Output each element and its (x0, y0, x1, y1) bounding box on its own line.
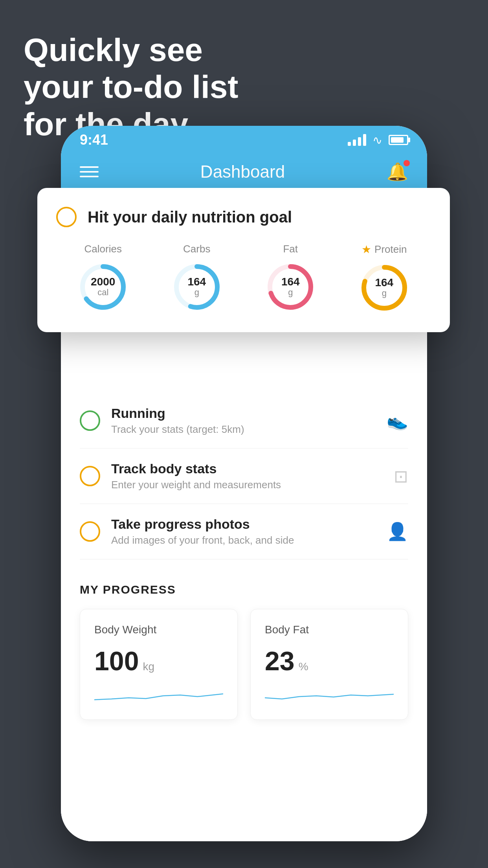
nav-title: Dashboard (200, 162, 285, 182)
progress-header: MY PROGRESS (80, 583, 408, 596)
progress-cards: Body Weight 100 kg Body Fat 23 % (80, 609, 408, 720)
todo-subtitle-body-stats: Enter your weight and measurements (111, 479, 383, 491)
calories-ring: 2000 cal (77, 261, 128, 313)
todo-checkbox-body-stats[interactable] (80, 466, 100, 486)
fat-value: 164 g (281, 276, 300, 298)
todo-text-body-stats: Track body stats Enter your weight and m… (111, 461, 383, 491)
nutrition-fat: Fat 164 g (265, 243, 316, 313)
body-weight-sparkline (94, 684, 223, 704)
body-fat-value: 23 (265, 645, 295, 676)
todo-checkbox-running[interactable] (80, 410, 100, 431)
todo-list: Running Track your stats (target: 5km) 👟… (61, 393, 427, 559)
calories-label: Calories (84, 243, 122, 255)
status-time: 9:41 (80, 132, 108, 148)
todo-text-photos: Take progress photos Add images of your … (111, 517, 376, 546)
nutrition-row: Calories 2000 cal Carbs (56, 243, 431, 313)
body-weight-unit: kg (143, 660, 154, 673)
protein-value: 164 g (375, 277, 393, 298)
battery-icon (389, 135, 408, 145)
todo-title-running: Running (111, 406, 376, 421)
todo-checkbox-photos[interactable] (80, 521, 100, 542)
calories-value: 2000 cal (91, 276, 115, 298)
nutrition-carbs: Carbs 164 g (171, 243, 222, 313)
nav-bar: Dashboard 🔔 (61, 154, 427, 189)
todo-text-running: Running Track your stats (target: 5km) (111, 406, 376, 436)
body-fat-value-row: 23 % (265, 645, 394, 676)
nutrition-calories: Calories 2000 cal (77, 243, 128, 313)
todo-item-photos[interactable]: Take progress photos Add images of your … (80, 504, 408, 559)
status-bar: 9:41 ∿ (61, 126, 427, 154)
scale-icon: ⊡ (394, 466, 408, 486)
protein-label: ★ Protein (361, 243, 407, 256)
photo-icon: 👤 (387, 521, 408, 542)
nutrition-protein: ★ Protein 164 g (359, 243, 410, 313)
body-fat-card[interactable]: Body Fat 23 % (250, 609, 408, 720)
nutrition-checkbox[interactable] (56, 207, 77, 227)
todo-title-photos: Take progress photos (111, 517, 376, 532)
star-icon: ★ (361, 243, 371, 256)
todo-subtitle-photos: Add images of your front, back, and side (111, 534, 376, 546)
notification-dot (404, 160, 410, 166)
status-icons: ∿ (348, 133, 408, 147)
body-fat-title: Body Fat (265, 623, 394, 636)
todo-item-running[interactable]: Running Track your stats (target: 5km) 👟 (80, 393, 408, 449)
nutrition-card-title: Hit your daily nutrition goal (88, 208, 292, 226)
fat-ring: 164 g (265, 261, 316, 313)
body-weight-value-row: 100 kg (94, 645, 223, 676)
todo-item-body-stats[interactable]: Track body stats Enter your weight and m… (80, 449, 408, 504)
wifi-icon: ∿ (372, 133, 382, 147)
body-fat-unit: % (299, 660, 308, 673)
todo-title-body-stats: Track body stats (111, 461, 383, 476)
nutrition-card: Hit your daily nutrition goal Calories 2… (37, 188, 450, 332)
body-weight-card[interactable]: Body Weight 100 kg (80, 609, 238, 720)
carbs-label: Carbs (183, 243, 210, 255)
hamburger-menu[interactable] (80, 166, 99, 177)
fat-label: Fat (283, 243, 298, 255)
todo-subtitle-running: Track your stats (target: 5km) (111, 423, 376, 436)
signal-icon (348, 134, 366, 146)
body-fat-sparkline (265, 684, 394, 704)
carbs-value: 164 g (187, 276, 206, 298)
card-title-row: Hit your daily nutrition goal (56, 207, 431, 227)
running-icon: 👟 (387, 410, 408, 431)
notification-bell-icon[interactable]: 🔔 (387, 162, 408, 182)
body-weight-value: 100 (94, 645, 139, 676)
protein-ring: 164 g (359, 262, 410, 313)
carbs-ring: 164 g (171, 261, 222, 313)
body-weight-title: Body Weight (94, 623, 223, 636)
progress-section: MY PROGRESS Body Weight 100 kg Body Fat … (61, 559, 427, 736)
